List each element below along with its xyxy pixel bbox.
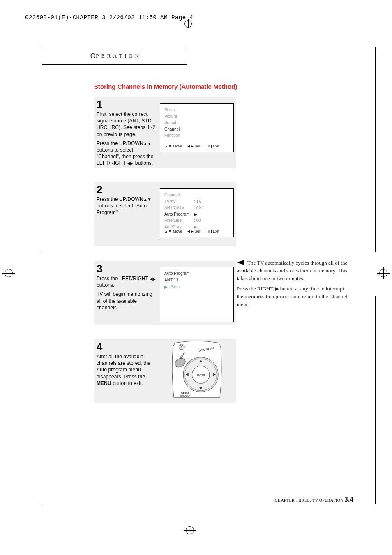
step-4-text: After all the available channels are sto… <box>94 353 158 387</box>
crop-mark-left <box>2 267 15 279</box>
step-1: 1 First, select the correct signal sourc… <box>94 97 236 169</box>
margin-line <box>42 296 42 504</box>
margin-line <box>375 47 376 252</box>
step-2: 2 Press the UP/DOWN▲▼ buttons to select … <box>94 182 236 219</box>
section-tab: OPERATION <box>42 47 187 65</box>
svg-text:ENTER: ENTER <box>197 374 205 376</box>
print-header: 02360B-01(E)-CHAPTER 3 2/26/03 11:50 AM … <box>25 14 193 21</box>
osd-menu-2: Channel TV/AV: TV ANT/CATV: ANT Auto Pro… <box>160 188 234 237</box>
svg-marker-12 <box>237 260 244 265</box>
osd-menu-1: Menu Picture Sound Channel Function ▲▼ M… <box>160 103 234 152</box>
section-title: Storing Channels in Memory (Automatic Me… <box>94 83 237 90</box>
step-1-text: First, select the correct signal source … <box>94 111 158 167</box>
step-2-text: Press the UP/DOWN▲▼ buttons to select "A… <box>94 196 158 216</box>
page-footer: CHAPTER THREE: TV OPERATION 3.4 <box>275 496 353 503</box>
osd-footer: ▲▼ Move ◀▶ Sel. ⅠⅠⅠ Exit <box>164 144 219 150</box>
step-3-text: Press the LEFT/RIGHT ◀▶ buttons. TV will… <box>94 275 158 311</box>
margin-line <box>42 47 42 252</box>
triangle-right-icon: ▶ <box>275 286 279 292</box>
step-3: 3 Press the LEFT/RIGHT ◀▶ buttons. TV wi… <box>94 261 236 313</box>
crop-mark-bottom <box>184 524 196 537</box>
remote-illustration: ⟲ DISC MENU MENU ENTER OPEN /CLOSE <box>160 340 234 399</box>
tab-initial: O <box>90 52 95 60</box>
step-4: 4 After all the available channels are s… <box>94 339 236 389</box>
tip-sidebar: The TV automatically cycles through all … <box>237 259 350 311</box>
svg-text:/CLOSE: /CLOSE <box>180 395 190 398</box>
tab-label: PERATION <box>96 53 141 59</box>
margin-line <box>375 296 376 504</box>
triangle-left-icon <box>237 260 244 267</box>
osd-footer: ▲▼ Move ◀▶ Sel. ⅠⅠⅠ Exit <box>164 229 219 235</box>
osd-menu-3: Auto Program ANT 11 ▶ : Stop <box>160 267 234 322</box>
crop-mark-right <box>377 267 390 279</box>
